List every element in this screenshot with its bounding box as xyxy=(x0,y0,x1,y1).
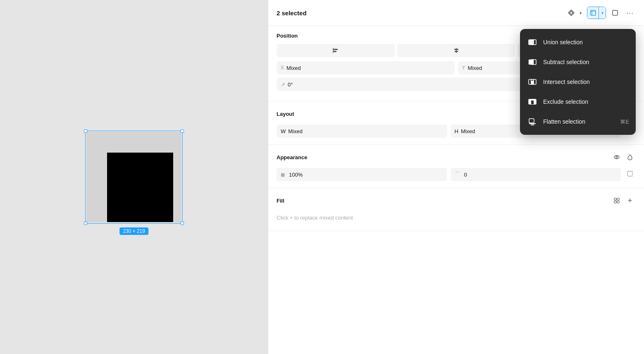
appearance-section: Appearance xyxy=(268,145,644,188)
panel-header: 2 selected ▾ xyxy=(268,0,644,26)
component-chevron[interactable]: ▾ xyxy=(577,7,584,19)
component-icon-btn[interactable] xyxy=(565,7,577,19)
svg-rect-35 xyxy=(531,100,534,104)
svg-rect-20 xyxy=(614,198,616,200)
flatten-selection-item[interactable]: Flatten selection ⌘E xyxy=(520,112,636,132)
h-value: Mixed xyxy=(461,128,475,134)
svg-rect-6 xyxy=(334,51,336,52)
svg-rect-36 xyxy=(529,119,534,123)
appearance-title: Appearance xyxy=(277,154,307,160)
w-label: W xyxy=(281,128,286,134)
opacity-icon: ▦ xyxy=(281,172,285,177)
appearance-header: Appearance xyxy=(277,151,636,163)
fill-icon-btn[interactable] xyxy=(624,151,636,163)
svg-rect-21 xyxy=(617,198,619,200)
subtract-selection-item[interactable]: Subtract selection xyxy=(520,52,636,72)
opacity-field[interactable]: ▦ 100% xyxy=(277,168,447,181)
exclude-selection-item[interactable]: Exclude selection xyxy=(520,92,636,112)
frame-btn-group: ▾ xyxy=(587,7,606,19)
outer-rectangle[interactable] xyxy=(86,132,181,222)
intersect-selection-item[interactable]: Intersect selection xyxy=(520,72,636,92)
corner-icon: ⌒ xyxy=(455,171,460,178)
right-panel: 2 selected ▾ xyxy=(268,0,644,354)
canvas-area: 230 × 219 xyxy=(0,0,268,354)
layout-title: Layout xyxy=(277,111,294,117)
corner-value: 0 xyxy=(464,172,467,178)
visibility-icon-btn[interactable] xyxy=(611,151,623,163)
intersect-icon xyxy=(527,76,538,88)
svg-rect-8 xyxy=(454,49,458,50)
x-value: Mixed xyxy=(286,65,301,71)
corner-field[interactable]: ⌒ 0 xyxy=(451,168,621,181)
align-center-btn[interactable] xyxy=(397,44,515,57)
svg-rect-5 xyxy=(334,49,338,50)
position-title: Position xyxy=(277,33,298,39)
fill-header: Fill + xyxy=(277,195,636,206)
angle-icon: ↗ xyxy=(281,81,285,88)
intersect-label: Intersect selection xyxy=(543,79,629,85)
svg-rect-29 xyxy=(529,60,534,65)
panel-title: 2 selected xyxy=(277,10,307,17)
fill-section: Fill + Click + to replace mixed content xyxy=(268,188,644,231)
align-left-btn[interactable] xyxy=(277,44,395,57)
union-icon xyxy=(527,36,538,48)
svg-rect-23 xyxy=(617,201,619,203)
svg-point-18 xyxy=(616,156,618,158)
exclude-icon xyxy=(527,96,538,108)
more-options-btn[interactable]: ··· xyxy=(624,7,636,19)
w-value: Mixed xyxy=(288,128,303,134)
size-label: 230 × 219 xyxy=(119,227,148,235)
header-controls: ▾ ▾ ··· xyxy=(565,7,636,19)
inner-rectangle[interactable] xyxy=(107,153,173,222)
selection-wrapper: 230 × 219 xyxy=(86,132,181,222)
y-label: Y xyxy=(462,65,465,71)
angle-value: 0° xyxy=(288,81,293,88)
svg-rect-19 xyxy=(627,171,632,176)
flatten-icon xyxy=(527,116,538,127)
flatten-shortcut: ⌘E xyxy=(620,119,629,125)
opacity-value: 100% xyxy=(289,172,303,178)
fill-icons: + xyxy=(611,195,636,206)
subtract-label: Subtract selection xyxy=(543,59,629,65)
h-label: H xyxy=(455,128,458,134)
add-fill-btn[interactable]: + xyxy=(624,195,636,206)
y-value: Mixed xyxy=(468,65,482,71)
svg-rect-22 xyxy=(614,201,616,203)
x-field[interactable]: X Mixed xyxy=(277,61,455,74)
svg-rect-0 xyxy=(591,10,596,15)
appearance-icons xyxy=(611,151,636,163)
clip-icon-btn[interactable] xyxy=(609,7,621,19)
frame-chevron[interactable]: ▾ xyxy=(599,7,606,19)
component-btn[interactable]: ▾ xyxy=(565,7,584,19)
appearance-inputs: ▦ 100% ⌒ 0 xyxy=(277,168,636,181)
svg-rect-3 xyxy=(613,10,618,15)
frame-icon-btn[interactable] xyxy=(587,7,599,19)
fill-title: Fill xyxy=(277,198,284,204)
flatten-label: Flatten selection xyxy=(543,118,615,125)
svg-rect-9 xyxy=(455,51,458,52)
union-selection-item[interactable]: Union selection xyxy=(520,32,636,52)
union-label: Union selection xyxy=(543,39,629,45)
width-field[interactable]: W Mixed xyxy=(277,124,447,138)
fill-placeholder: Click + to replace mixed content xyxy=(277,211,636,224)
subtract-icon xyxy=(527,56,538,68)
boolean-operations-dropdown: Union selection Subtract selection Int xyxy=(520,29,636,135)
x-label: X xyxy=(281,65,284,71)
clip-content-btn[interactable] xyxy=(624,168,636,179)
fill-style-btn[interactable] xyxy=(611,195,623,206)
exclude-label: Exclude selection xyxy=(543,98,629,105)
svg-point-17 xyxy=(614,155,619,159)
svg-rect-32 xyxy=(531,81,534,84)
